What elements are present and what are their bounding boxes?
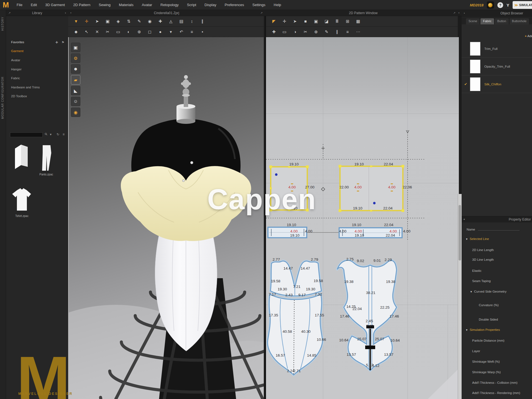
expand-icon[interactable]: ↗	[453, 11, 456, 14]
edit-sewing-2d-icon[interactable]: ✚	[270, 28, 278, 36]
tab-scene[interactable]: Scene	[466, 18, 480, 24]
simulate-button[interactable]: ≫ SIMULATE	[513, 1, 532, 9]
texture-edit-2d-icon[interactable]: ✎	[323, 28, 331, 36]
sidebar-item-fabric[interactable]: Fabric	[11, 76, 20, 80]
menu-retopology[interactable]: Retopology	[160, 3, 179, 7]
simulate-tool-icon[interactable]: ▼	[72, 17, 80, 25]
add-point-2d-icon[interactable]: ➤	[291, 17, 299, 25]
library-file-tshirt[interactable]	[11, 187, 33, 214]
sidebar-item-2d-toolbox[interactable]: 2D Toolbox	[11, 94, 27, 98]
vertical-scrollbar[interactable]	[458, 194, 462, 399]
free-sewing-2d-icon[interactable]: ◑	[291, 28, 299, 36]
sidebar-item-garment[interactable]: Garment	[11, 49, 24, 53]
menu-avatar[interactable]: Avatar	[142, 3, 152, 7]
fold-arrangement-tool-icon[interactable]: ▤	[177, 17, 185, 25]
add-icon[interactable]: ✚	[55, 40, 58, 44]
refresh-icon[interactable]: ↻	[57, 132, 59, 136]
library-file-pants[interactable]	[39, 144, 54, 173]
measure-tool-icon[interactable]: ↕	[188, 17, 196, 25]
box-select-tool-icon[interactable]: ▣	[104, 17, 112, 25]
edit-sewing-tool-icon[interactable]: ◉	[146, 17, 154, 25]
menu-3d-garment[interactable]: 3D Garment	[45, 3, 65, 7]
show-shoes-button[interactable]: ◣	[71, 86, 80, 95]
fabric-row[interactable]: Trim_Full	[462, 40, 532, 58]
menu-script[interactable]: Script	[187, 3, 196, 7]
avatar-pose-tool-icon[interactable]: ☻	[72, 28, 80, 36]
fabric-row[interactable]: ✔Silk_Chiffon	[462, 75, 532, 93]
menu-display[interactable]: Display	[204, 3, 216, 7]
property-row-simulation-properties[interactable]: ▼Simulation Properties	[466, 328, 500, 331]
expand-icon[interactable]: ↗	[260, 11, 263, 14]
chevron-down-icon[interactable]: ▼	[466, 329, 468, 331]
chevron-down-icon[interactable]: ▾	[50, 132, 52, 136]
chevron-down-icon[interactable]: ▼	[470, 290, 472, 293]
sidebar-item-hanger[interactable]: Hanger	[11, 68, 22, 71]
remove-tool-icon[interactable]: ✕	[93, 28, 101, 36]
shading-tool-icon[interactable]: ◐	[125, 28, 133, 36]
free-sewing-tool-icon[interactable]: ◬	[167, 17, 175, 25]
render-mode-button[interactable]: ◉	[71, 108, 80, 117]
menu-preferences[interactable]: Preferences	[225, 3, 244, 7]
grid-light-2d-icon[interactable]: ⊞	[344, 17, 352, 25]
chevron-down-icon[interactable]: ▼	[466, 238, 468, 241]
show-garment-button[interactable]: ▣	[71, 43, 80, 52]
rectangle-2d-icon[interactable]: ■	[301, 17, 310, 25]
rounded-rectangle-2d-icon[interactable]: ▣	[312, 17, 320, 25]
show-surface-tool-icon[interactable]: ◻	[146, 28, 154, 36]
flag-icon[interactable]: ⚑	[62, 40, 64, 44]
history-tab[interactable]: HISTORY	[1, 17, 4, 31]
pattern-strip-1[interactable]	[268, 227, 307, 238]
tab-buttonhole[interactable]: Buttonhole	[510, 18, 529, 24]
pattern-point[interactable]	[275, 173, 278, 176]
layout-2d-icon[interactable]: ≡	[344, 28, 352, 36]
notch-2d-icon[interactable]: ∥	[333, 28, 341, 36]
move-pattern-tool-icon[interactable]: ◈	[114, 17, 122, 25]
sidebar-item-hardware-and-trims[interactable]: Hardware and Trims	[11, 86, 40, 89]
menu-edit[interactable]: Edit	[31, 3, 37, 7]
segment-sewing-2d-icon[interactable]: ▭	[280, 28, 288, 36]
library-folder[interactable]	[13, 144, 29, 172]
menu-help[interactable]: Help	[274, 3, 281, 7]
cursor-mode-icon[interactable]: Y	[507, 3, 509, 7]
show-internal-lines-button[interactable]: ⚙	[71, 53, 80, 63]
menu-settings[interactable]: Settings	[252, 3, 265, 7]
more-2d-icon[interactable]: ⋯	[354, 28, 362, 36]
scissors-2d-icon[interactable]: ✂	[301, 28, 310, 36]
pattern-canvas[interactable]: 19.1019.1022.044.0027.0022.004.004.0022.…	[266, 37, 459, 399]
drop-tool-icon[interactable]: ▾	[167, 28, 175, 36]
list-view-icon[interactable]: ≡	[63, 132, 65, 136]
pin-icon[interactable]: ▪	[65, 11, 66, 14]
pen-3d-tool-icon[interactable]: ✎	[135, 17, 143, 25]
search-input[interactable]	[10, 132, 43, 137]
scene-3d[interactable]	[68, 37, 264, 399]
flatten-tool-icon[interactable]: ∥	[198, 17, 206, 25]
dart-2d-icon[interactable]: ◪	[323, 17, 331, 25]
segment-sewing-tool-icon[interactable]: ✚	[156, 17, 164, 25]
pattern-bodice-front[interactable]	[268, 261, 323, 375]
edit-pattern-2d-icon[interactable]: ✛	[280, 17, 288, 25]
show-fabric-button[interactable]: ▰	[71, 75, 80, 85]
pattern-point[interactable]	[373, 202, 376, 204]
select-mesh-tool-icon[interactable]: ➤	[93, 17, 101, 25]
collapse-icon[interactable]: ◂	[463, 218, 465, 221]
sidebar-item-avatar[interactable]: Avatar	[11, 58, 20, 62]
menu-sewing[interactable]: Sewing	[99, 3, 111, 7]
modular-configurator-tab[interactable]: MODULAR CONFIGURATOR	[1, 76, 4, 119]
add-fabric-button[interactable]: + Add	[525, 34, 532, 38]
show-head-button[interactable]: ☺	[71, 97, 80, 106]
fold-back-tool-icon[interactable]: ↶	[177, 28, 185, 36]
scissors-tool-icon[interactable]: ✂	[104, 28, 112, 36]
layers-tool-icon[interactable]: ≡	[188, 28, 196, 36]
pin-tool-icon[interactable]: ●	[156, 28, 164, 36]
misc-tool-icon[interactable]: ▪	[198, 28, 206, 36]
transform-pattern-tool-icon[interactable]: ⇅	[125, 17, 133, 25]
menu-file[interactable]: File	[17, 3, 22, 7]
show-avatar-button[interactable]: ☻	[71, 64, 80, 74]
property-row-selected-line[interactable]: ▼Selected Line	[466, 237, 489, 241]
search-icon[interactable]: ⚲	[44, 132, 48, 136]
sidebar-item-favorites[interactable]: Favorites	[11, 40, 24, 44]
menu-2d-pattern[interactable]: 2D Pattern	[73, 3, 90, 7]
expand-icon[interactable]: ↗	[8, 11, 11, 14]
pleats-2d-icon[interactable]: Ⅲ	[333, 17, 341, 25]
fabric-swatch[interactable]	[470, 77, 480, 91]
